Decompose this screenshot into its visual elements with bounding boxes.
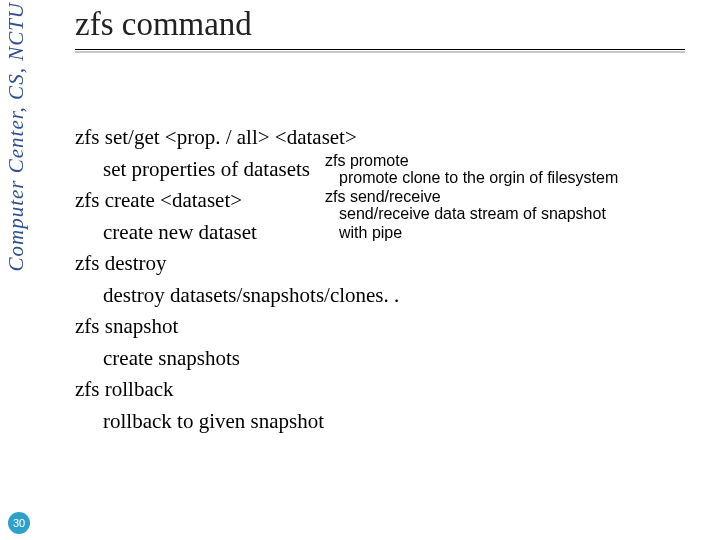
cmd-sendreceive: zfs send/receive <box>325 189 618 205</box>
desc-destroy: destroy datasets/snapshots/clones. . <box>103 280 695 312</box>
cmd-snapshot: zfs snapshot <box>75 311 695 343</box>
title-underline <box>75 49 685 53</box>
cmd-destroy: zfs destroy <box>75 248 695 280</box>
page-number-badge: 30 <box>8 512 30 534</box>
sidebar-affiliation: Computer Center, CS, NCTU <box>4 2 29 271</box>
desc-snapshot: create snapshots <box>103 343 695 375</box>
cmd-rollback: zfs rollback <box>75 374 695 406</box>
slide-title: zfs command <box>75 6 685 43</box>
desc-sendreceive-1: send/receive data stream of snapshot <box>339 205 618 223</box>
title-block: zfs command <box>75 6 685 53</box>
cmd-setget: zfs set/get <prop. / all> <dataset> <box>75 122 695 154</box>
cmd-promote: zfs promote <box>325 153 618 169</box>
desc-promote: promote clone to the orgin of filesystem <box>339 169 618 187</box>
desc-sendreceive-2: with pipe <box>339 224 618 242</box>
overlay-column: zfs promote promote clone to the orgin o… <box>325 153 618 242</box>
desc-rollback: rollback to given snapshot <box>103 406 695 438</box>
